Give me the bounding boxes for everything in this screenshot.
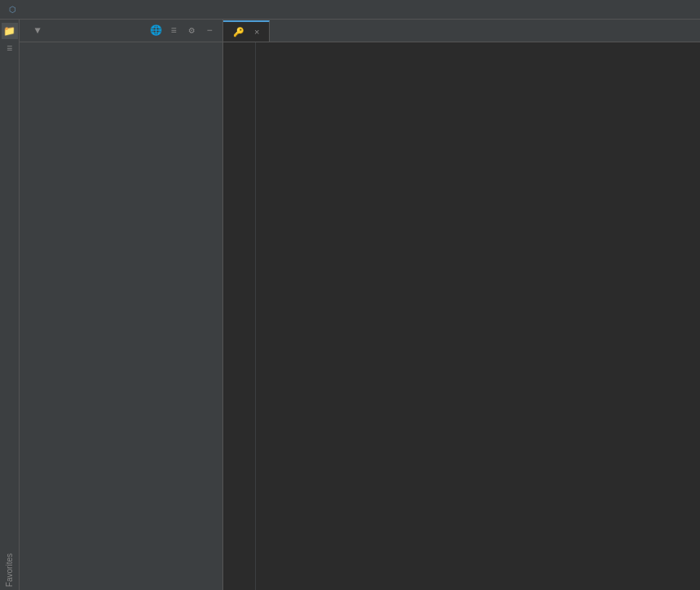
project-dropdown-icon[interactable]: ▼ (31, 24, 44, 37)
code-editor[interactable] (223, 42, 700, 590)
right-tabs-panel: 🔑 × (223, 20, 700, 590)
list-icon[interactable]: ≡ (167, 24, 180, 37)
code-content (256, 42, 700, 590)
favorites-label[interactable]: Favorites (3, 550, 15, 590)
editor-tab-bar: 🔑 × (223, 20, 700, 42)
left-icon-bar: 📁 ≡ Favorites (0, 20, 20, 590)
tab-public-key[interactable]: 🔑 × (223, 20, 270, 42)
line-numbers (223, 42, 256, 590)
key-icon: 🔑 (233, 27, 244, 37)
tab-close-icon[interactable]: × (254, 27, 259, 37)
project-panel: ▼ 🌐 ≡ ⚙ − (20, 20, 223, 590)
gear-icon[interactable]: ⚙ (185, 24, 198, 37)
project-view-icon[interactable]: 📁 (2, 23, 18, 39)
structure-view-icon[interactable]: ≡ (2, 41, 18, 57)
globe-icon[interactable]: 🌐 (149, 24, 162, 37)
minimize-icon[interactable]: − (203, 24, 216, 37)
project-tree (20, 42, 222, 590)
app-icon: ⬡ (7, 4, 18, 15)
panel-header: ▼ 🌐 ≡ ⚙ − (20, 20, 222, 42)
title-bar: ⬡ (0, 0, 700, 20)
